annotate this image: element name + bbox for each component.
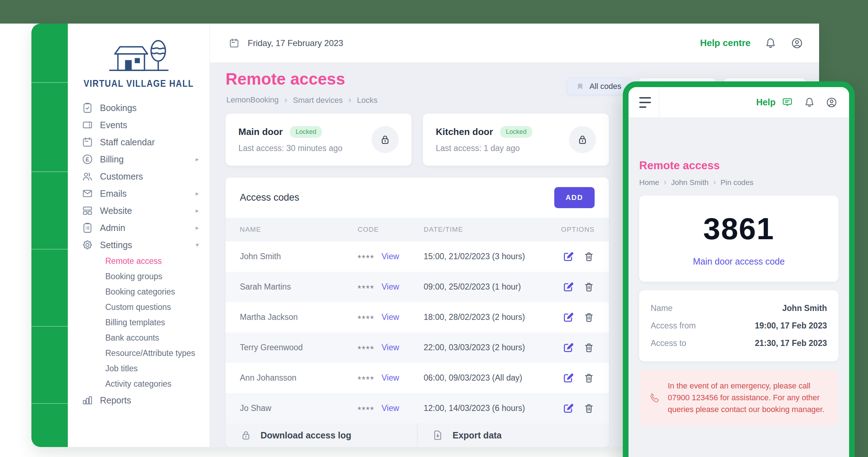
sidebar-item[interactable]: Staff calendar xyxy=(68,134,210,151)
sidebar-item[interactable]: Remote access xyxy=(68,253,210,269)
view-code-link[interactable]: View xyxy=(382,373,399,383)
breadcrumb-item[interactable]: Locks xyxy=(343,95,377,105)
edit-button[interactable] xyxy=(562,281,574,293)
sidebar-item-label: Booking groups xyxy=(105,272,162,281)
sidebar-item-icon xyxy=(81,119,94,131)
padlock-icon xyxy=(379,134,391,146)
delete-button[interactable] xyxy=(583,403,595,414)
sidebar-item[interactable]: Job titles xyxy=(68,361,210,376)
chevron-icon: ▸ xyxy=(196,207,199,215)
status-badge: Locked xyxy=(290,126,322,138)
view-code-link[interactable]: View xyxy=(382,403,399,413)
bell-icon[interactable] xyxy=(803,96,816,109)
account-icon[interactable] xyxy=(791,37,803,50)
sidebar-item-label: Emails xyxy=(100,189,127,199)
file-download-icon xyxy=(432,429,444,441)
pin-code-caption[interactable]: Main door access code xyxy=(693,256,784,267)
delete-button[interactable] xyxy=(583,312,595,323)
hamburger-menu-icon[interactable] xyxy=(629,87,659,117)
main-header: Friday, 17 February 2023 Help centre xyxy=(210,24,819,63)
view-code-link[interactable]: View xyxy=(382,343,399,352)
sidebar-item-label: Custom questions xyxy=(105,302,171,312)
edit-button[interactable] xyxy=(562,403,574,414)
breadcrumb-item[interactable]: Smart devices xyxy=(279,95,343,105)
sidebar-item-icon xyxy=(81,239,94,251)
export-data-button[interactable]: Export data xyxy=(417,423,609,447)
account-icon[interactable] xyxy=(826,96,838,109)
sidebar-item[interactable]: Events xyxy=(68,116,210,134)
sidebar-item-label: Settings xyxy=(100,240,132,250)
download-access-log-label: Download access log xyxy=(261,430,351,441)
edit-button[interactable] xyxy=(562,372,574,384)
edit-button[interactable] xyxy=(562,312,574,323)
strip-divider xyxy=(31,249,68,250)
view-code-link[interactable]: View xyxy=(382,252,399,261)
sidebar-item-label: Customers xyxy=(100,171,143,182)
sidebar-item[interactable]: Customers xyxy=(68,168,210,185)
download-access-log-button[interactable]: Download access log xyxy=(226,423,417,447)
sidebar-item[interactable]: Admin ▸ xyxy=(68,219,210,236)
delete-button[interactable] xyxy=(583,342,595,353)
column-header-code: CODE xyxy=(358,226,424,233)
strip-divider xyxy=(31,82,68,83)
add-button[interactable]: ADD xyxy=(554,187,595,208)
delete-button[interactable] xyxy=(583,281,595,293)
filter-chip[interactable]: All codes xyxy=(567,78,631,95)
view-code-link[interactable]: View xyxy=(382,282,399,292)
sidebar-item[interactable]: Reports xyxy=(68,392,210,409)
sidebar-item[interactable]: Bookings xyxy=(68,99,210,116)
edit-button[interactable] xyxy=(562,251,574,262)
masked-code: **** xyxy=(358,375,374,385)
sidebar-item[interactable]: Booking categories xyxy=(68,284,210,300)
bell-icon[interactable] xyxy=(764,37,777,50)
sidebar-item-icon xyxy=(81,170,94,182)
sidebar-item-icon xyxy=(81,136,94,148)
lock-toggle-button[interactable] xyxy=(569,126,596,153)
breadcrumb-item[interactable]: LemonBooking xyxy=(226,95,279,105)
help-centre-link[interactable]: Help centre xyxy=(700,37,751,49)
sidebar-item[interactable]: Custom questions xyxy=(68,300,210,315)
sidebar-item[interactable]: Settings ▾ xyxy=(68,236,210,253)
padlock-icon xyxy=(240,429,252,441)
view-code-link[interactable]: View xyxy=(382,312,399,322)
sidebar-item[interactable]: Activity categories xyxy=(68,376,210,392)
strip-divider xyxy=(31,403,68,404)
row-datetime: 15:00, 21/02/2023 (3 hours) xyxy=(424,252,548,261)
help-link-label: Help xyxy=(756,97,776,107)
row-datetime: 09:00, 25/02/2023 (1 hour) xyxy=(424,282,548,292)
sidebar-item[interactable]: Bank accounts xyxy=(68,330,210,346)
detail-label: Access to xyxy=(651,338,686,348)
backdrop-top xyxy=(0,0,868,24)
chevron-icon: ▸ xyxy=(196,155,199,163)
sidebar-item-label: Job titles xyxy=(105,364,138,373)
sidebar-nav: Bookings Events Staff calendar Billing ▸ xyxy=(68,99,210,409)
access-codes-title: Access codes xyxy=(240,192,299,203)
sidebar-item-label: Bank accounts xyxy=(105,333,159,343)
delete-button[interactable] xyxy=(583,372,595,384)
mobile-breadcrumb: HomeJohn SmithPin codes xyxy=(639,178,838,187)
sidebar-item-icon xyxy=(81,153,94,165)
table-row: Sarah Martins **** View 09:00, 25/02/202… xyxy=(226,272,609,302)
row-name: Terry Greenwood xyxy=(240,343,358,352)
mobile-page-title: Remote access xyxy=(639,159,838,172)
table-row: Martha Jackson **** View 18:00, 28/02/20… xyxy=(226,302,609,332)
sidebar-item[interactable]: Resource/Attribute types xyxy=(68,346,210,361)
phone-icon xyxy=(647,391,661,405)
help-link[interactable]: Help xyxy=(756,96,793,109)
sidebar-item[interactable]: Billing ▸ xyxy=(68,151,210,168)
calendar-icon xyxy=(228,37,240,49)
sidebar-item[interactable]: Emails ▸ xyxy=(68,185,210,202)
edit-button[interactable] xyxy=(562,342,574,353)
lock-toggle-button[interactable] xyxy=(372,126,399,153)
column-header-name: NAME xyxy=(240,226,358,233)
house-and-tree-icon xyxy=(106,33,172,77)
delete-button[interactable] xyxy=(583,251,595,262)
sidebar-item-label: Staff calendar xyxy=(100,137,155,147)
breadcrumb-item[interactable]: Home xyxy=(639,178,659,187)
pin-code: 3861 xyxy=(703,211,774,246)
breadcrumb-item[interactable]: Pin codes xyxy=(708,178,753,187)
breadcrumb-item[interactable]: John Smith xyxy=(659,178,708,187)
sidebar-item[interactable]: Website ▸ xyxy=(68,202,210,219)
sidebar-item[interactable]: Billing templates xyxy=(68,315,210,330)
sidebar-item[interactable]: Booking groups xyxy=(68,269,210,284)
